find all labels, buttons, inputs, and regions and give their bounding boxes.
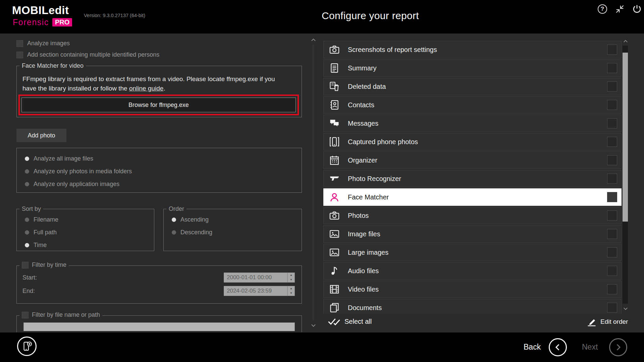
section-checkbox[interactable] bbox=[607, 81, 617, 92]
section-row-screenshots[interactable]: Screenshots of report settings bbox=[323, 41, 622, 58]
order-legend: Order bbox=[166, 205, 186, 213]
sort-by-legend: Sort by bbox=[19, 205, 43, 213]
restore-window-icon[interactable] bbox=[615, 4, 625, 14]
phone-add-icon bbox=[21, 341, 33, 352]
analyze-scope-group: Analyze all image files Analyze only pho… bbox=[16, 148, 302, 193]
music-note-icon bbox=[329, 265, 340, 276]
section-label: Video files bbox=[348, 286, 379, 293]
scroll-down-icon[interactable] bbox=[623, 305, 629, 312]
radio-row-time[interactable]: Time bbox=[25, 241, 154, 249]
section-row-audio-files[interactable]: Audio files bbox=[323, 262, 622, 280]
section-checkbox[interactable] bbox=[607, 45, 617, 55]
scroll-up-icon[interactable] bbox=[623, 38, 629, 45]
browse-ffmpeg-button[interactable]: Browse for ffmpeg.exe bbox=[21, 98, 296, 112]
film-icon bbox=[329, 284, 340, 295]
section-row-documents[interactable]: Documents bbox=[323, 299, 622, 313]
section-checkbox[interactable] bbox=[607, 137, 617, 147]
filter-time-label: Filter by time bbox=[32, 261, 66, 268]
section-checkbox[interactable] bbox=[607, 210, 617, 221]
section-label: Contacts bbox=[348, 101, 374, 109]
section-row-photos[interactable]: Photos bbox=[323, 207, 622, 224]
add-device-button[interactable] bbox=[17, 337, 37, 356]
section-row-deleted-data[interactable]: Deleted data bbox=[323, 78, 622, 95]
radio-descending-label: Descending bbox=[180, 229, 212, 236]
section-checkbox[interactable] bbox=[607, 155, 617, 165]
app-logo-line2: Forensic PRO bbox=[13, 17, 72, 27]
section-row-contacts[interactable]: Contacts bbox=[323, 96, 622, 114]
spinner-up-icon[interactable]: ▲ bbox=[288, 273, 294, 278]
scroll-down-icon[interactable] bbox=[310, 322, 317, 329]
end-date-spinner[interactable]: ▲▼ bbox=[287, 286, 295, 296]
multi-person-label: Add section containing multiple identifi… bbox=[27, 51, 159, 58]
chevron-left-icon bbox=[553, 342, 563, 352]
pencil-icon bbox=[586, 316, 597, 327]
scrollbar-thumb[interactable] bbox=[623, 53, 628, 222]
radio-row-fullpath[interactable]: Full path bbox=[25, 228, 154, 237]
section-checkbox[interactable] bbox=[607, 118, 617, 128]
multi-person-checkbox[interactable] bbox=[16, 52, 23, 58]
pro-badge: PRO bbox=[52, 18, 72, 26]
radio-all-images[interactable] bbox=[25, 157, 29, 161]
section-checkbox[interactable] bbox=[607, 303, 617, 313]
filter-name-input[interactable] bbox=[23, 322, 295, 331]
start-date-spinner[interactable]: ▲▼ bbox=[287, 273, 295, 283]
radio-media-folders-label: Analyze only photos in media folders bbox=[34, 168, 132, 175]
logo-forensic: Forensic bbox=[13, 17, 49, 27]
filter-name-checkbox[interactable] bbox=[22, 312, 29, 318]
help-icon[interactable]: ? bbox=[598, 4, 607, 14]
section-checkbox[interactable] bbox=[607, 192, 617, 202]
analyze-images-checkbox[interactable] bbox=[16, 40, 23, 47]
section-label: Deleted data bbox=[348, 83, 386, 90]
radio-fullpath[interactable] bbox=[25, 230, 29, 235]
radio-filename[interactable] bbox=[25, 218, 29, 222]
right-scrollbar[interactable] bbox=[623, 38, 629, 312]
radio-row-filename[interactable]: Filename bbox=[25, 215, 154, 224]
radio-descending[interactable] bbox=[172, 230, 176, 235]
radio-time[interactable] bbox=[25, 243, 29, 247]
select-all-button[interactable]: Select all bbox=[328, 316, 372, 326]
add-photo-button[interactable]: Add photo bbox=[16, 129, 66, 142]
section-checkbox[interactable] bbox=[607, 100, 617, 110]
radio-row-descending[interactable]: Descending bbox=[172, 228, 302, 237]
section-checkbox[interactable] bbox=[607, 229, 617, 239]
radio-application-images[interactable] bbox=[25, 182, 29, 186]
section-row-captured-phone-photos[interactable]: Captured phone photos bbox=[323, 133, 622, 150]
radio-ascending[interactable] bbox=[172, 218, 176, 222]
left-scrollbar[interactable] bbox=[310, 36, 317, 329]
section-row-image-files[interactable]: Image files bbox=[323, 225, 622, 243]
back-button[interactable] bbox=[549, 338, 567, 356]
section-checkbox[interactable] bbox=[607, 247, 617, 257]
edit-order-button[interactable]: Edit order bbox=[586, 316, 628, 327]
section-row-summary[interactable]: Summary bbox=[323, 59, 622, 77]
scroll-up-icon[interactable] bbox=[310, 36, 317, 44]
start-date-input[interactable] bbox=[224, 273, 287, 283]
radio-row-media-folders[interactable]: Analyze only photos in media folders bbox=[25, 167, 302, 176]
spinner-up-icon[interactable]: ▲ bbox=[288, 286, 294, 291]
section-row-photo-recognizer[interactable]: Photo Recognizer bbox=[323, 170, 622, 187]
section-row-organizer[interactable]: Organizer bbox=[323, 152, 622, 169]
section-checkbox[interactable] bbox=[607, 174, 617, 184]
section-row-messages[interactable]: Messages bbox=[323, 115, 622, 132]
order-group: Order Ascending Descending bbox=[163, 205, 302, 251]
radio-media-folders[interactable] bbox=[25, 169, 29, 174]
camera-icon bbox=[329, 44, 340, 55]
section-checkbox[interactable] bbox=[607, 284, 617, 294]
section-row-large-images[interactable]: Large images bbox=[323, 244, 622, 261]
filter-time-checkbox[interactable] bbox=[22, 262, 29, 268]
section-row-video-files[interactable]: Video files bbox=[323, 281, 622, 298]
section-label: Messages bbox=[348, 120, 378, 127]
back-label[interactable]: Back bbox=[524, 343, 541, 352]
online-guide-link[interactable]: online guide bbox=[129, 85, 163, 92]
radio-row-ascending[interactable]: Ascending bbox=[172, 215, 302, 224]
radio-row-all-images[interactable]: Analyze all image files bbox=[25, 154, 302, 163]
power-icon[interactable] bbox=[632, 4, 642, 14]
chevron-right-icon bbox=[613, 342, 623, 352]
spinner-down-icon[interactable]: ▼ bbox=[288, 278, 294, 282]
spinner-down-icon[interactable]: ▼ bbox=[288, 291, 294, 296]
section-row-face-matcher[interactable]: Face Matcher bbox=[323, 188, 622, 206]
section-checkbox[interactable] bbox=[607, 63, 617, 73]
section-checkbox[interactable] bbox=[607, 266, 617, 276]
radio-row-application-images[interactable]: Analyze only application images bbox=[25, 180, 302, 188]
end-date-input[interactable] bbox=[224, 286, 287, 296]
filter-name-legend: Filter by file name or path bbox=[19, 311, 102, 320]
